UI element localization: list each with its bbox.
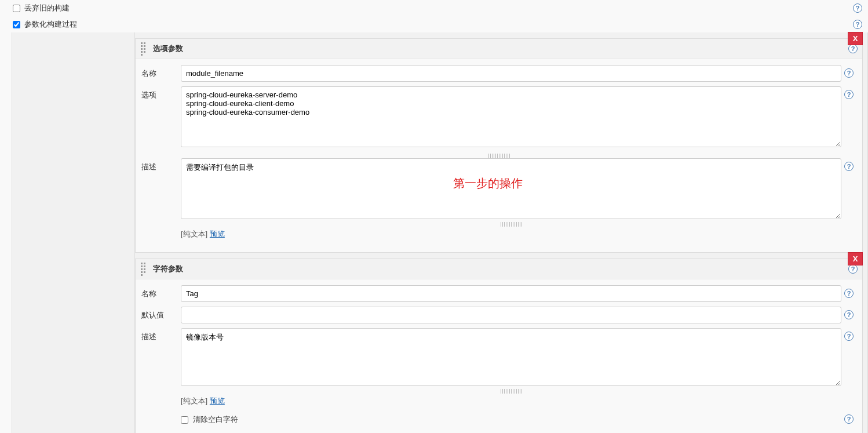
desc2-field-row: 描述 镜像版本号 [纯文本] 预览 ?: [141, 328, 856, 406]
trim-label: 清除空白字符: [193, 414, 238, 425]
parameterized-build-checkbox[interactable]: [13, 21, 20, 28]
string-parameter-title: 字符参数: [153, 264, 183, 274]
close-icon: X: [853, 254, 858, 263]
help-icon[interactable]: ?: [853, 3, 862, 13]
name2-field-row: 名称 ?: [141, 285, 856, 302]
resize-grip-row: [141, 154, 856, 158]
desc-textarea[interactable]: 需要编译打包的目录: [181, 158, 841, 219]
close-button[interactable]: X: [848, 32, 863, 45]
discard-old-builds-checkbox[interactable]: [13, 5, 20, 12]
main-content: X 选项参数 ? 名称 ?: [135, 32, 868, 433]
desc-label: 描述: [141, 158, 181, 172]
page-container: X 选项参数 ? 名称 ?: [12, 32, 868, 433]
close-button[interactable]: X: [848, 252, 863, 265]
string-parameter-block: X 字符参数 ? 名称 ?: [135, 259, 863, 433]
trim-checkbox[interactable]: [181, 416, 188, 424]
name2-label: 名称: [141, 285, 181, 299]
name-input[interactable]: [181, 65, 841, 82]
left-sidebar: [12, 32, 135, 433]
desc2-label: 描述: [141, 328, 181, 342]
choice-parameter-body: 名称 ? 选项 spring-cloud-eureka-server-demo …: [136, 59, 862, 252]
choice-parameter-header: 选项参数 ?: [136, 39, 862, 59]
help-icon[interactable]: ?: [844, 68, 854, 78]
desc-subtext: [纯文本] 预览: [181, 229, 841, 239]
default-label: 默认值: [141, 307, 181, 321]
drag-handle-icon[interactable]: [140, 265, 148, 273]
close-icon: X: [853, 34, 858, 43]
plain-text-label: [纯文本]: [181, 230, 207, 238]
choice-parameter-block: X 选项参数 ? 名称 ?: [135, 38, 863, 253]
help-icon[interactable]: ?: [844, 162, 854, 171]
help-icon[interactable]: ?: [844, 332, 854, 341]
preview-link[interactable]: 预览: [210, 396, 225, 405]
name-label: 名称: [141, 65, 181, 79]
parameterized-build-row: 参数化构建过程 ?: [0, 16, 868, 32]
help-icon[interactable]: ?: [844, 414, 854, 424]
help-icon[interactable]: ?: [844, 90, 854, 99]
resize-grip-icon[interactable]: [499, 389, 523, 394]
options-field-row: 选项 spring-cloud-eureka-server-demo sprin…: [141, 86, 856, 149]
discard-old-builds-label: 丢弃旧的构建: [24, 3, 70, 13]
param-sections: X 选项参数 ? 名称 ?: [135, 38, 867, 433]
default-input[interactable]: [181, 307, 841, 323]
parameterized-build-label: 参数化构建过程: [24, 19, 77, 30]
preview-link[interactable]: 预览: [210, 230, 225, 238]
string-parameter-header: 字符参数 ?: [136, 259, 862, 279]
name-field-row: 名称 ?: [141, 65, 856, 82]
help-icon[interactable]: ?: [848, 264, 858, 274]
choice-parameter-title: 选项参数: [153, 43, 183, 54]
drag-handle-icon[interactable]: [140, 45, 148, 53]
help-icon[interactable]: ?: [848, 44, 858, 53]
trim-spacer: [141, 411, 181, 414]
help-icon[interactable]: ?: [844, 310, 854, 319]
help-icon[interactable]: ?: [844, 289, 854, 298]
string-parameter-body: 名称 ? 默认值 ? 描述: [136, 279, 862, 433]
desc2-subtext: [纯文本] 预览: [181, 396, 841, 406]
trim-field-row: 清除空白字符 ?: [141, 411, 856, 425]
name2-input[interactable]: [181, 285, 841, 302]
plain-text-label: [纯文本]: [181, 396, 207, 405]
desc-field-row: 描述 需要编译打包的目录 第一步的操作 [纯文本] 预览 ?: [141, 158, 856, 239]
options-label: 选项: [141, 86, 181, 100]
default-field-row: 默认值 ?: [141, 307, 856, 323]
desc2-textarea[interactable]: 镜像版本号: [181, 328, 841, 386]
options-textarea[interactable]: spring-cloud-eureka-server-demo spring-c…: [181, 86, 841, 147]
discard-old-builds-row: 丢弃旧的构建 ?: [0, 0, 868, 16]
help-icon[interactable]: ?: [853, 20, 862, 29]
resize-grip-icon[interactable]: [487, 154, 510, 158]
resize-grip-icon[interactable]: [499, 222, 523, 227]
